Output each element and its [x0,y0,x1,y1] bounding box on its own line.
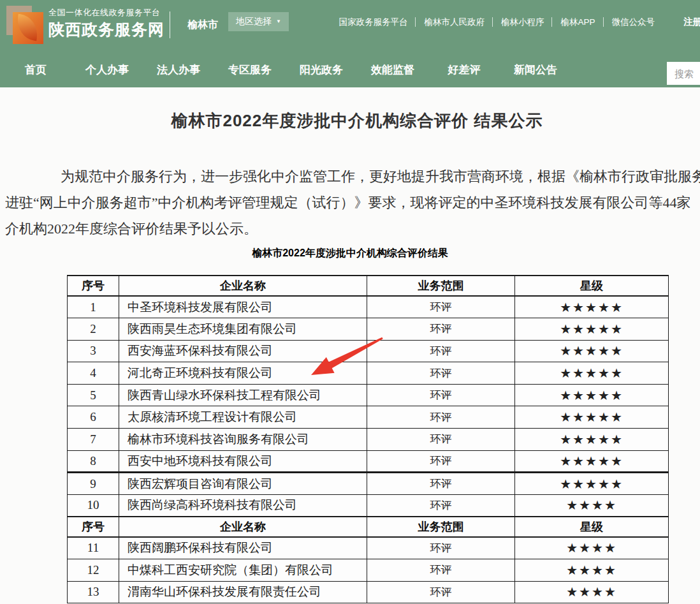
brand-block: 全国一体化在线政务服务平台 陕西政务服务网 [48,8,164,38]
star-rating-cell: ★★★★★ [515,340,669,362]
table-row: 9陕西宏辉项目咨询有限公司环评★★★★★ [68,473,669,495]
nav-item-6[interactable]: 好差评 [428,56,500,84]
star-rating-cell: ★★★★★ [515,450,669,473]
company-name-cell: 陕西青山绿水环保科技工程有限公司 [119,384,367,406]
business-scope-cell: 环评 [367,537,515,559]
table-row: 1中圣环境科技发展有限公司环评★★★★★ [68,296,669,318]
business-scope-cell: 环评 [367,429,515,451]
site-header: 全国一体化在线政务服务平台 陕西政务服务网 榆林市 地区选择 ▼ 国家政务服务平… [0,0,700,87]
star-rating-cell: ★★★★ [515,559,669,582]
business-scope-cell: 环评 [367,362,515,385]
table-caption: 榆林市2022年度涉批中介机构综合评价结果 [0,247,700,260]
company-name-cell: 中圣环境科技发展有限公司 [119,296,367,318]
company-name-cell: 中煤科工西安研究院（集团）有限公司 [119,559,367,582]
company-name-cell: 河北奇正环境科技有限公司 [119,362,367,385]
page-title: 榆林市2022年度涉批中介机构综合评价 结果公示 [0,110,700,132]
search-input[interactable] [667,62,700,85]
header-link-0[interactable]: 国家政务服务平台 [330,17,416,28]
row-number-cell: 1 [68,296,119,318]
table-row: 2陕西雨昊生态环境集团有限公司环评★★★★★ [68,318,669,341]
business-scope-cell: 环评 [367,406,515,429]
nav-item-7[interactable]: 新闻公告 [500,56,571,84]
caret-down-icon: ▼ [276,19,281,24]
platform-name: 全国一体化在线政务服务平台 [48,8,164,17]
business-scope-cell: 环评 [367,494,515,517]
star-rating-cell: ★★★★★ [515,406,669,429]
company-name-cell: 陕西宏辉项目咨询有限公司 [119,473,367,495]
region-selector-label: 地区选择 [236,16,272,27]
header-link-1[interactable]: 榆林市人民政府 [416,17,493,28]
table-header-row: 序号企业名称业务范围星级 [68,517,669,537]
site-logo[interactable] [5,4,46,45]
brand-divider [170,11,170,38]
table-row: 4河北奇正环境科技有限公司环评★★★★★ [68,362,669,385]
business-scope-cell: 环评 [367,450,515,473]
nav-item-2[interactable]: 法人办事 [143,56,214,84]
table-header-row: 序号企业名称业务范围星级 [68,276,669,296]
row-number-cell: 13 [68,581,119,603]
table-row: 13渭南华山环保科技发展有限责任公司环评★★★★ [68,581,669,603]
business-scope-cell: 环评 [367,559,515,582]
company-name-cell: 渭南华山环保科技发展有限责任公司 [119,581,367,603]
business-scope-cell: 环评 [367,581,515,603]
column-header: 星级 [515,517,669,537]
top-links: 国家政务服务平台榆林市人民政府榆林小程序榆林APP微信公众号 [330,17,663,28]
column-header: 序号 [68,517,119,537]
star-rating-cell: ★★★★ [515,494,669,517]
business-scope-cell: 环评 [367,473,515,495]
company-name-cell: 陕西阔鹏环保科技有限公司 [119,537,367,559]
evaluation-table: 序号企业名称业务范围星级1中圣环境科技发展有限公司环评★★★★★2陕西雨昊生态环… [67,275,669,603]
row-number-cell: 10 [68,494,119,517]
nav-item-1[interactable]: 个人办事 [71,56,143,84]
logo-leaf-icon [15,14,40,41]
logo-front-square [13,12,43,44]
table-row: 11陕西阔鹏环保科技有限公司环评★★★★ [68,537,669,559]
table-wrapper: 序号企业名称业务范围星级1中圣环境科技发展有限公司环评★★★★★2陕西雨昊生态环… [67,275,668,603]
paragraph-line: 介机构2022年度综合评价结果予以公示。 [5,216,700,242]
header-link-3[interactable]: 榆林APP [552,17,603,28]
table-row: 12中煤科工西安研究院（集团）有限公司环评★★★★ [68,559,669,582]
star-rating-cell: ★★★★★ [515,296,669,318]
nav-item-3[interactable]: 专区服务 [214,56,286,84]
company-name-cell: 陕西尚绿高科环境科技有限公司 [119,494,367,517]
star-rating-cell: ★★★★★ [515,473,669,495]
table-row: 6太原核清环境工程设计有限公司环评★★★★★ [68,406,669,429]
row-number-cell: 6 [68,406,119,429]
nav-item-4[interactable]: 阳光政务 [286,56,357,84]
header-link-2[interactable]: 榆林小程序 [493,17,553,28]
current-city-label: 榆林市 [187,18,218,32]
register-link[interactable]: 注册 [683,16,700,28]
table-row: 5陕西青山绿水环保科技工程有限公司环评★★★★★ [68,384,669,406]
row-number-cell: 2 [68,318,119,341]
column-header: 序号 [68,276,119,296]
star-rating-cell: ★★★★ [515,537,669,559]
company-name-cell: 榆林市环境科技咨询服务有限公司 [119,429,367,451]
row-number-cell: 5 [68,384,119,406]
company-name-cell: 西安中地环境科技有限公司 [119,450,367,473]
table-row: 7榆林市环境科技咨询服务有限公司环评★★★★★ [68,429,669,451]
column-header: 企业名称 [119,276,367,296]
row-number-cell: 11 [68,537,119,559]
column-header: 星级 [515,276,669,296]
row-number-cell: 9 [68,473,119,495]
business-scope-cell: 环评 [367,296,515,318]
table-row: 10陕西尚绿高科环境科技有限公司环评★★★★ [68,494,669,517]
page: { "colors": { "header-green": "#6c9a7c",… [0,0,700,604]
star-rating-cell: ★★★★★ [515,318,669,341]
row-number-cell: 12 [68,559,119,582]
column-header: 企业名称 [119,517,367,537]
star-rating-cell: ★★★★★ [515,429,669,451]
company-name-cell: 陕西雨昊生态环境集团有限公司 [119,318,367,341]
evaluation-table-body: 序号企业名称业务范围星级1中圣环境科技发展有限公司环评★★★★★2陕西雨昊生态环… [68,276,669,603]
region-selector-button[interactable]: 地区选择 ▼ [228,12,289,31]
announcement-paragraph: 为规范中介服务行为，进一步强化中介监管工作，更好地提升我市营商环境，根据《榆林市… [5,163,700,242]
table-row: 3西安海蓝环保科技有限公司环评★★★★★ [68,340,669,362]
table-row: 8西安中地环境科技有限公司环评★★★★★ [68,450,669,473]
star-rating-cell: ★★★★★ [515,384,669,406]
column-header: 业务范围 [367,276,515,296]
nav-item-5[interactable]: 效能监督 [357,56,428,84]
nav-item-0[interactable]: 首页 [0,56,71,84]
header-link-4[interactable]: 微信公众号 [604,17,664,28]
paragraph-line: 进驻“网上中介服务超市”中介机构考评管理规定（试行）》要求，现将评定的中圣环境科… [5,189,700,216]
site-name: 陕西政务服务网 [48,22,164,38]
